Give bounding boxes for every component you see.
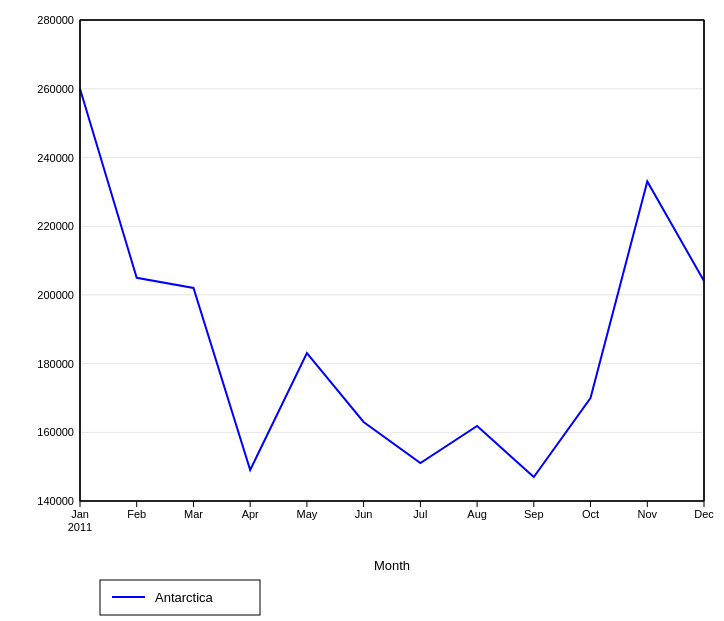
x-label-dec: Dec (694, 508, 714, 520)
x-label-jul: Jul (413, 508, 427, 520)
plot-area (80, 20, 704, 501)
chart-container: { "chart": { "title": "", "x_axis_label"… (0, 0, 724, 621)
y-tick-160000: 160000 (37, 426, 74, 438)
y-tick-140000: 140000 (37, 495, 74, 507)
x-label-mar: Mar (184, 508, 203, 520)
x-label-apr: Apr (242, 508, 259, 520)
y-tick-180000: 180000 (37, 358, 74, 370)
chart-svg: { "chart": { "title": "", "x_axis_label"… (0, 0, 724, 621)
x-label-aug: Aug (467, 508, 487, 520)
x-label-may: May (297, 508, 318, 520)
y-tick-240000: 240000 (37, 152, 74, 164)
x-label-nov: Nov (638, 508, 658, 520)
x-label-jun: Jun (355, 508, 373, 520)
x-label-2011: 2011 (68, 521, 92, 533)
y-tick-280000: 280000 (37, 14, 74, 26)
x-label-oct: Oct (582, 508, 599, 520)
x-label-feb: Feb (127, 508, 146, 520)
y-tick-200000: 200000 (37, 289, 74, 301)
legend-label: Antarctica (155, 590, 214, 605)
y-tick-260000: 260000 (37, 83, 74, 95)
y-tick-220000: 220000 (37, 220, 74, 232)
x-label-sep: Sep (524, 508, 544, 520)
x-label-jan: Jan (71, 508, 89, 520)
x-axis-label: Month (374, 558, 410, 573)
